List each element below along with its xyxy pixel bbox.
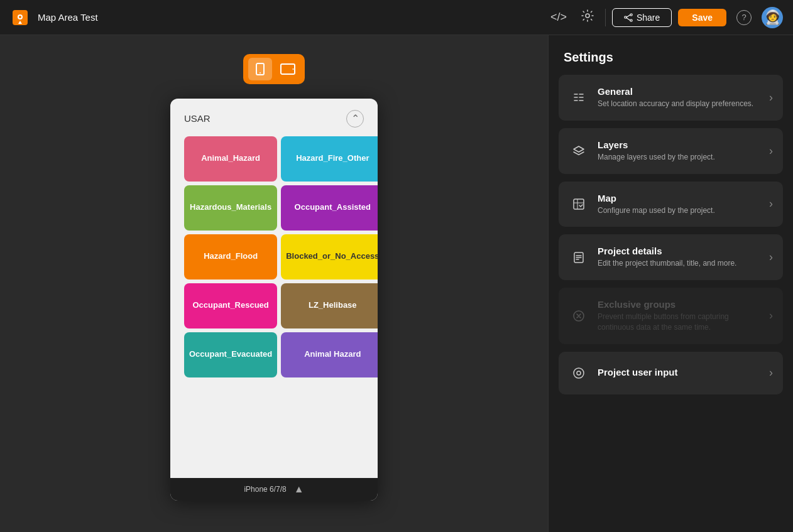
svg-rect-5 [625,16,626,18]
buttons-grid: Animal_HazardHazard_Fire_OtherHazardous_… [177,133,371,385]
avatar[interactable]: 🧑‍🚀 [762,7,783,28]
layers-desc: Manage layers used by the project. [598,152,760,163]
settings-card-exclusive-groups: Exclusive groups Prevent multiple button… [559,288,783,344]
general-desc: Set location accuracy and display prefer… [598,99,760,109]
chevron-right-icon: › [769,309,773,322]
project-title: Map Area Test [38,12,540,23]
usar-collapse-button[interactable]: ⌃ [346,110,364,128]
topbar-actions: </> Share Save ? 🧑‍ [547,6,783,29]
settings-cards: General Set location accuracy and displa… [549,75,793,394]
share-label: Share [637,13,660,23]
chevron-right-icon: › [769,366,773,379]
svg-rect-7 [630,19,632,21]
svg-line-8 [626,14,630,17]
layers-icon [569,141,589,161]
grid-button[interactable]: Hazard_Flood [184,234,277,280]
grid-button[interactable]: Hazard_Fire_Other [281,136,378,182]
map-desc: Configure map used by the project. [598,205,760,216]
settings-card-general[interactable]: General Set location accuracy and displa… [559,75,783,121]
phone-view-button[interactable] [248,58,272,80]
grid-button[interactable]: Occupant_Rescued [184,283,277,328]
device-toggle [243,54,305,84]
settings-card-layers[interactable]: Layers Manage layers used by the project… [559,128,783,174]
map-icon [569,194,589,214]
tablet-view-button[interactable] [276,58,300,80]
phone-inner: USAR ⌃ Animal_HazardHazard_Fire_OtherHaz… [170,99,378,391]
settings-card-project-user-input[interactable]: Project user input › [559,352,783,394]
exclusive-groups-desc: Prevent multiple buttons from capturing … [598,312,760,333]
phone-bottom-bar: iPhone 6/7/8 ▲ [170,478,378,501]
settings-title: Settings [549,35,793,75]
help-button[interactable]: ? [733,6,755,29]
svg-point-28 [574,368,584,378]
grid-button[interactable]: Animal Hazard [281,332,378,377]
app-logo [10,8,30,28]
divider [605,9,606,26]
chevron-right-icon: › [769,197,773,210]
exclusive-groups-icon [569,306,589,326]
project-user-input-title: Project user input [598,367,760,377]
project-details-desc: Edit the project thumbnail, title, and m… [598,258,760,269]
chevron-right-icon: › [769,251,773,264]
svg-point-13 [293,68,294,70]
chevron-up-icon: ⌃ [351,112,359,124]
topbar: Map Area Test </> Share Save [0,0,793,35]
general-icon [569,87,589,107]
svg-point-2 [19,16,21,18]
grid-button[interactable]: LZ_Helibase [281,283,378,328]
map-title: Map [598,193,760,204]
grid-button[interactable]: Blocked_or_No_Access [281,234,378,280]
usar-label: USAR [184,113,211,124]
gear-icon [581,9,594,25]
help-icon: ? [736,10,752,25]
svg-line-9 [626,18,630,20]
chevron-right-icon: › [769,91,773,104]
code-icon: </> [550,11,567,24]
grid-button[interactable]: Occupant_Assisted [281,185,378,231]
svg-point-11 [260,72,261,73]
chevron-right-icon: › [769,144,773,158]
phone-frame: USAR ⌃ Animal_HazardHazard_Fire_OtherHaz… [170,99,378,501]
save-button[interactable]: Save [678,9,726,26]
settings-button[interactable] [576,6,599,29]
settings-card-map[interactable]: Map Configure map used by the project. › [559,182,783,227]
svg-rect-20 [574,199,584,209]
exclusive-groups-title: Exclusive groups [598,299,760,310]
settings-card-project-details[interactable]: Project details Edit the project thumbna… [559,234,783,280]
settings-panel: Settings General Set location accuracy a… [548,35,793,532]
canvas-area: USAR ⌃ Animal_HazardHazard_Fire_OtherHaz… [0,35,548,532]
grid-button[interactable]: Hazardous_Materials [184,185,277,231]
layers-title: Layers [598,139,760,150]
project-details-icon [569,247,589,268]
expand-icon[interactable]: ▲ [294,484,304,495]
project-details-title: Project details [598,246,760,256]
device-label: iPhone 6/7/8 [244,485,286,494]
usar-section-header: USAR ⌃ [177,105,371,133]
svg-rect-6 [630,14,632,16]
svg-point-29 [577,371,581,375]
general-title: General [598,86,760,97]
main-content: USAR ⌃ Animal_HazardHazard_Fire_OtherHaz… [0,35,793,532]
svg-point-4 [586,14,589,18]
grid-button[interactable]: Occupant_Evacuated [184,332,277,377]
code-editor-button[interactable]: </> [547,6,570,29]
grid-button[interactable]: Animal_Hazard [184,136,277,182]
project-user-input-icon [569,363,589,383]
share-button[interactable]: Share [612,8,672,27]
